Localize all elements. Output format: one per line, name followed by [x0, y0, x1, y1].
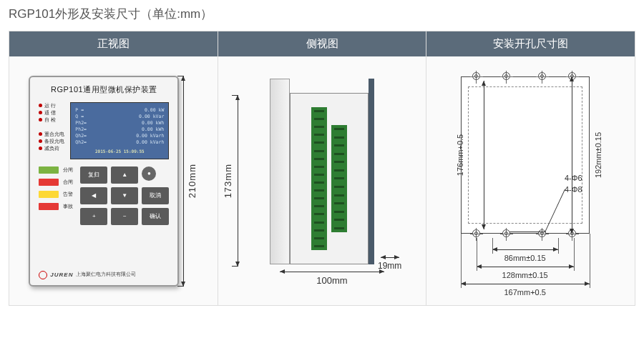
dim-label: 128mm±0.15: [502, 271, 548, 279]
connector-block-1: [311, 107, 327, 250]
panel-cutout-header: 安装开孔尺寸图: [426, 31, 635, 56]
led-indicator-icon: [39, 146, 42, 150]
side-front-plate: [270, 79, 290, 264]
panel-side: 侧视图 173mm: [218, 31, 427, 305]
cutout-drawing: 176mm+0.5 192mm±0.15 4-Φ6 4-Φ8 86mm±0.15…: [438, 66, 624, 295]
dim-v-outer: 192mm±0.15: [572, 76, 621, 234]
dim-height-front: 210mm: [183, 76, 197, 287]
panel-front: 正视图 RGP101通用型微机保护装置 运 行 通 信 自 检 重合允电: [9, 31, 218, 305]
dim-h-2: 128mm±0.15: [477, 267, 574, 267]
mounting-hole-icon: [538, 72, 546, 80]
led-label: 自 检: [44, 116, 56, 124]
key-confirm: 确认: [142, 208, 169, 225]
side-back-plate: [369, 79, 374, 264]
led-label: 运 行: [44, 102, 56, 109]
lcd-value: 0.00 kVarh: [136, 133, 164, 139]
lcd-label: Ph2=: [75, 126, 87, 133]
dim-label: 192mm±0.15: [594, 132, 602, 178]
lcd-label: Qh2=: [75, 133, 87, 139]
dim-h-1: 86mm±0.15: [492, 249, 558, 250]
led-indicator-icon: [39, 139, 42, 143]
brand-en: JUREN: [50, 272, 73, 278]
key-down: ▼: [111, 187, 138, 204]
hole-note: 4-Φ8: [565, 185, 582, 194]
dim-label: 173mm: [223, 164, 233, 198]
led-label: 减负荷: [44, 145, 59, 152]
panel-side-body: 173mm: [218, 56, 426, 305]
alarm-button: [39, 191, 59, 198]
ext-line: [492, 238, 493, 254]
open-breaker-button: [39, 166, 59, 174]
brand-row: JUREN 上海聚仁电力科技有限公司: [39, 271, 136, 279]
brand-logo-icon: [39, 271, 47, 279]
button-label: 合闸: [63, 179, 73, 186]
led-indicator-icon: [39, 132, 42, 136]
lcd-value: 0.00 kWh: [142, 126, 164, 133]
device-front: RGP101通用型微机保护装置 运 行 通 信 自 检 重合允电 备投允电: [29, 76, 179, 287]
lcd-label: Q =: [75, 114, 84, 120]
page-title: RGP101外形及安装尺寸（单位:mm）: [9, 6, 635, 22]
dim-label: 86mm±0.15: [504, 254, 546, 262]
key-reset: 复归: [80, 166, 107, 184]
led-label: 备投允电: [44, 138, 64, 145]
led-indicator-icon: [39, 118, 42, 121]
device-model-title: RGP101通用型微机保护装置: [39, 84, 169, 95]
button-label: 事故: [63, 203, 73, 210]
dim-label: 176mm+0.5: [456, 134, 464, 176]
hole-note: 4-Φ6: [565, 174, 582, 182]
lcd-datetime: 2015-06-25 15:09:55: [75, 149, 164, 154]
led-column: 运 行 通 信 自 检 重合允电 备投允电 减负荷: [39, 102, 64, 159]
lcd-value: 0.00 kVar: [139, 114, 164, 120]
ext-line: [590, 234, 590, 288]
button-label: 分闸: [63, 166, 73, 174]
ext-line: [477, 238, 477, 271]
lcd-value: 0.00 kVarh: [136, 139, 164, 146]
panel-cutout: 安装开孔尺寸图 176mm+0.5: [426, 31, 635, 305]
lcd-value: 0.00 kW: [145, 107, 164, 114]
ext-line: [574, 238, 575, 271]
mounting-hole-icon: [502, 72, 510, 80]
dim-label: 100mm: [280, 275, 384, 286]
lcd-screen: P =0.00 kW Q =0.00 kVar Ph2=0.00 kWh Ph2…: [70, 102, 169, 159]
key-up: ▲: [111, 166, 138, 184]
lcd-label: Ph2=: [75, 120, 87, 126]
lcd-value: 0.00 kWh: [142, 120, 164, 126]
panel-side-header: 侧视图: [218, 31, 426, 56]
dim-label: 210mm: [187, 164, 197, 198]
dim-height-side: 173mm: [223, 95, 238, 267]
panel-front-header: 正视图: [9, 31, 218, 56]
led-label: 重合允电: [44, 131, 64, 138]
mounting-hole-icon: [472, 72, 480, 80]
panels-container: 正视图 RGP101通用型微机保护装置 运 行 通 信 自 检 重合允电: [9, 31, 635, 306]
close-breaker-button: [39, 179, 59, 186]
ext-line: [558, 238, 559, 254]
keypad: 复归 ▲ ● ◀ ▼ 取消 + − 确认: [80, 166, 169, 225]
connector-block-2: [331, 125, 347, 232]
dim-label: 19mm: [375, 261, 404, 271]
key-plus: +: [80, 208, 107, 225]
dim-h-3: 167mm+0.5: [461, 284, 590, 284]
ext-line: [461, 234, 462, 288]
panel-cutout-body: 176mm+0.5 192mm±0.15 4-Φ6 4-Φ8 86mm±0.15…: [426, 56, 635, 305]
side-figure: [270, 79, 374, 264]
push-button-column: 分闸 合闸 告警 事故: [39, 166, 73, 225]
brand-cn: 上海聚仁电力科技有限公司: [76, 272, 136, 278]
key-minus: −: [111, 208, 138, 225]
led-label: 通 信: [44, 109, 56, 116]
button-label: 告警: [63, 191, 73, 198]
key-cancel: 取消: [142, 187, 169, 204]
led-indicator-icon: [39, 111, 42, 114]
side-body: [290, 93, 369, 264]
mounting-hole-icon: [502, 229, 510, 237]
panel-front-body: RGP101通用型微机保护装置 运 行 通 信 自 检 重合允电 备投允电: [9, 56, 218, 305]
key-left: ◀: [80, 187, 107, 204]
fault-button: [39, 203, 59, 210]
dim-v-inner: 176mm+0.5: [439, 81, 484, 229]
lcd-label: P =: [75, 107, 84, 114]
led-indicator-icon: [39, 104, 42, 107]
mounting-hole-icon: [472, 229, 480, 237]
lcd-label: Qh2=: [75, 139, 87, 146]
dim-label: 167mm+0.5: [504, 288, 545, 297]
key-enter-round: ●: [142, 166, 156, 181]
